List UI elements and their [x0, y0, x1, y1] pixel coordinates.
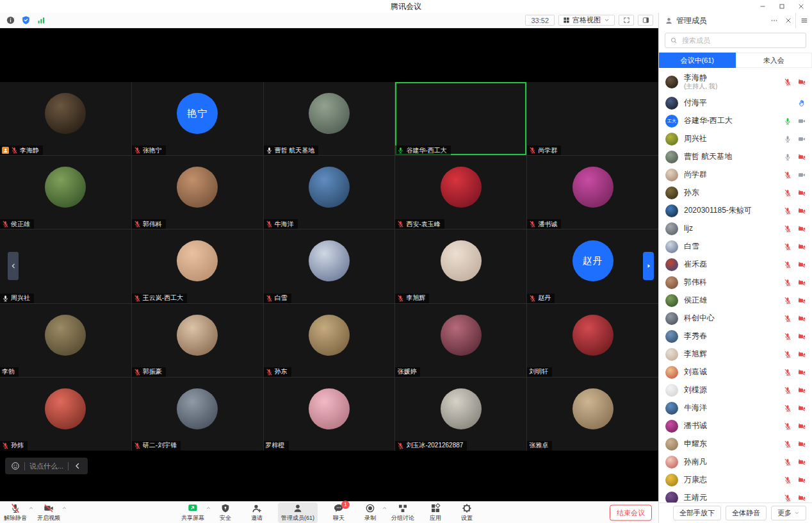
video-tile[interactable]: 张雅卓	[527, 378, 658, 451]
video-tile[interactable]: 侯正雄	[0, 156, 131, 229]
mic-muted-icon[interactable]	[784, 386, 792, 394]
video-tile[interactable]: 白雪	[264, 229, 395, 303]
video-tile[interactable]: 牛海洋	[264, 156, 395, 229]
video-tile[interactable]: 尚学群	[527, 82, 658, 155]
member-row[interactable]: 刘嘉诚	[659, 363, 812, 381]
tab-in-meeting[interactable]: 会议中(61)	[659, 53, 736, 68]
video-tile[interactable]: 李旭辉	[395, 229, 526, 303]
camera-off-icon[interactable]	[798, 351, 806, 358]
toolbar-chat[interactable]: 1聊天	[329, 502, 349, 523]
mic-muted-icon[interactable]	[784, 171, 792, 179]
panel-menu-icon[interactable]	[795, 13, 812, 28]
member-row[interactable]: 申耀东	[659, 435, 812, 453]
video-tile[interactable]: 刘玉冰-2021262887	[395, 378, 526, 451]
toolbar-person-add[interactable]: 邀请	[247, 502, 267, 523]
camera-off-icon[interactable]	[798, 207, 806, 215]
member-row[interactable]: 李旭辉	[659, 345, 812, 363]
camera-off-icon[interactable]	[798, 78, 806, 86]
camera-off-icon[interactable]	[798, 243, 806, 251]
video-tile[interactable]: 张媛婷	[395, 304, 526, 377]
toolbar-cam-off[interactable]: 开启视频	[37, 502, 60, 523]
minimize-button[interactable]	[753, 0, 772, 13]
mic-muted-icon[interactable]	[784, 422, 792, 430]
member-row[interactable]: 李海静(主持人, 我)	[659, 70, 812, 94]
toolbar-share[interactable]: 共享屏幕	[181, 502, 204, 523]
video-tile[interactable]: 李海静	[0, 82, 131, 155]
side-panel-toggle-button[interactable]	[638, 15, 653, 26]
mic-muted-icon[interactable]	[784, 369, 792, 376]
chevron-up-icon[interactable]	[28, 505, 34, 511]
lower-all-hands-button[interactable]: 全部手放下	[673, 506, 721, 520]
member-row[interactable]: 郭伟科	[659, 274, 812, 292]
mic-muted-icon[interactable]	[784, 297, 792, 304]
member-row[interactable]: 周兴社	[659, 130, 812, 148]
panel-close-icon[interactable]	[781, 13, 795, 28]
mic-muted-icon[interactable]	[784, 78, 792, 86]
member-row[interactable]: lijz	[659, 220, 812, 238]
camera-off-icon[interactable]	[798, 369, 806, 376]
member-row[interactable]: 工大谷建华-西工大	[659, 112, 812, 130]
security-shield-icon[interactable]	[21, 15, 31, 25]
member-row[interactable]: 王靖元	[659, 489, 812, 502]
video-tile[interactable]: 郭振豪	[132, 304, 263, 377]
chevron-up-icon[interactable]	[61, 505, 67, 511]
video-tile[interactable]: 罗梓橙	[264, 378, 395, 451]
mic-muted-icon[interactable]	[784, 494, 792, 502]
mic-muted-icon[interactable]	[784, 225, 792, 233]
member-row[interactable]: 白雪	[659, 238, 812, 256]
maximize-button[interactable]	[772, 0, 792, 13]
member-row[interactable]: 付海平	[659, 94, 812, 112]
toolbar-person[interactable]: 管理成员(61)	[278, 502, 318, 523]
camera-off-icon[interactable]	[798, 261, 806, 269]
previous-page-button[interactable]	[8, 252, 19, 280]
mic-muted-icon[interactable]	[784, 404, 792, 412]
mic-muted-icon[interactable]	[784, 189, 792, 197]
video-tile[interactable]: 刘明轩	[527, 304, 658, 377]
camera-off-icon[interactable]	[798, 153, 806, 161]
tab-not-joined[interactable]: 未入会	[736, 53, 812, 68]
toolbar-mic-muted[interactable]: 解除静音	[4, 502, 27, 523]
next-page-button[interactable]	[643, 252, 654, 280]
mic-active-icon[interactable]	[784, 117, 792, 125]
member-row[interactable]: 牛海洋	[659, 399, 812, 417]
more-button[interactable]: 更多	[771, 506, 806, 520]
panel-more-icon[interactable]	[767, 13, 781, 28]
member-row[interactable]: 孙东	[659, 184, 812, 202]
video-tile[interactable]: 谷建华-西工大	[395, 82, 526, 155]
camera-idle-icon[interactable]	[798, 135, 806, 143]
video-tile[interactable]: 艳宁张艳宁	[132, 82, 263, 155]
camera-idle-icon[interactable]	[798, 171, 806, 179]
mic-idle-icon[interactable]	[784, 135, 792, 143]
camera-off-icon[interactable]	[798, 476, 806, 484]
mic-muted-icon[interactable]	[784, 440, 792, 448]
close-button[interactable]	[792, 0, 811, 13]
mic-idle-icon[interactable]	[784, 153, 792, 161]
video-tile[interactable]: 孙炜	[0, 378, 131, 451]
camera-off-icon[interactable]	[798, 333, 806, 340]
raised-hand-icon[interactable]	[798, 99, 806, 107]
mic-muted-icon[interactable]	[784, 476, 792, 484]
member-row[interactable]: 潘书诚	[659, 417, 812, 435]
quick-chat-bar[interactable]: 说点什么...	[5, 458, 88, 474]
toolbar-gear[interactable]: 设置	[457, 502, 477, 523]
mute-all-button[interactable]: 全体静音	[726, 506, 767, 520]
camera-off-icon[interactable]	[798, 494, 806, 502]
camera-off-icon[interactable]	[798, 440, 806, 448]
chevron-up-icon[interactable]	[206, 505, 211, 511]
member-row[interactable]: 万康志	[659, 471, 812, 489]
toolbar-breakout[interactable]: 分组讨论	[391, 502, 414, 523]
info-icon[interactable]	[6, 15, 15, 25]
camera-off-icon[interactable]	[798, 315, 806, 322]
member-row[interactable]: 尚学群	[659, 166, 812, 184]
video-tile[interactable]: 王云岚-西工大	[132, 229, 263, 303]
video-tile[interactable]: 潘书诚	[527, 156, 658, 229]
mic-muted-icon[interactable]	[784, 315, 792, 322]
member-row[interactable]: 崔禾磊	[659, 256, 812, 274]
video-tile[interactable]: 孙东	[264, 304, 395, 377]
member-row[interactable]: 侯正雄	[659, 292, 812, 310]
camera-off-icon[interactable]	[798, 297, 806, 304]
mic-muted-icon[interactable]	[784, 458, 792, 466]
camera-off-icon[interactable]	[798, 189, 806, 197]
camera-idle-icon[interactable]	[798, 117, 806, 125]
mic-muted-icon[interactable]	[784, 261, 792, 269]
